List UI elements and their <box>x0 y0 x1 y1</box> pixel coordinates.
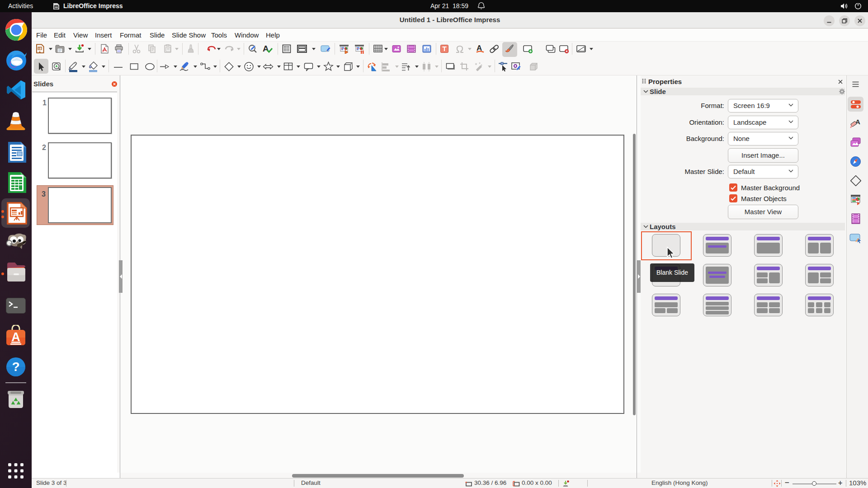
svg-text:?: ? <box>12 360 19 374</box>
